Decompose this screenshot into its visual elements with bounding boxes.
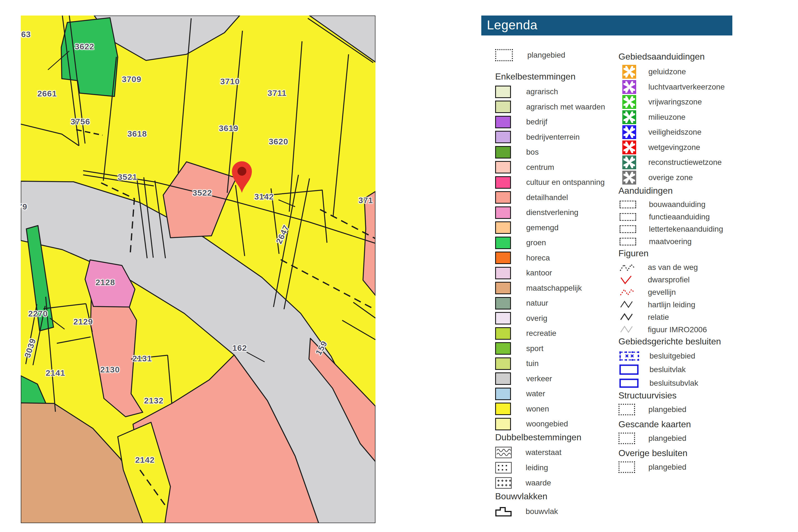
color-swatch — [495, 161, 511, 173]
legend-item: wetgevingzone — [619, 140, 735, 155]
color-swatch — [495, 206, 511, 219]
verkeer-top-right — [309, 16, 376, 62]
legend-item-hartlijn-leiding: hartlijn leiding — [619, 299, 735, 311]
color-swatch — [495, 116, 511, 128]
waarde-icon — [495, 477, 512, 489]
legend-item: groen — [495, 235, 614, 250]
legend-item: water — [495, 386, 614, 401]
legend-item: luchtvaartverkeerzone — [619, 79, 735, 95]
color-swatch — [495, 312, 511, 324]
legend-panel: Legenda plangebied Enkelbestemmingen agr… — [481, 16, 732, 36]
legend-item: lettertekenaanduiding — [619, 223, 735, 235]
parcel-number-label: 3142 — [254, 192, 274, 202]
legend-item: horeca — [495, 250, 614, 266]
parcel-number-label: 2128 — [96, 278, 115, 287]
parcel-number-label: 563 — [21, 30, 31, 39]
parcel-number-label: 79 — [21, 202, 27, 211]
dashed-rect-icon — [620, 238, 636, 246]
legend-item-relatie: relatie — [619, 311, 735, 323]
color-swatch — [495, 191, 511, 204]
zone-pattern-icon — [622, 80, 636, 94]
legend-item: bedrijventerrein — [495, 130, 614, 145]
legend-item: bouwaanduiding — [619, 198, 735, 211]
legend-item: reconstructiewetzone — [619, 155, 735, 170]
color-swatch — [495, 297, 511, 309]
parcel-number-label: 2130 — [100, 365, 120, 374]
legend-item: woongebied — [495, 416, 614, 432]
section-figuren: Figuren — [619, 248, 735, 259]
parcel-map-graphics — [21, 16, 376, 523]
legend-item: kantoor — [495, 265, 614, 281]
plangebied-icon — [619, 461, 635, 473]
groen-3622 — [61, 18, 118, 96]
figuur-imro2006-icon — [620, 324, 635, 335]
legend-item: gemengd — [495, 220, 614, 235]
parcel-number-label: 371 — [358, 196, 373, 205]
plangebied-icon — [619, 404, 635, 415]
legend-item-dwarsprofiel: dwarsprofiel — [619, 273, 735, 286]
parcel-number-label: 3756 — [71, 117, 90, 126]
legend-item-besluitgebied: besluitgebied — [619, 349, 735, 363]
parcel-number-label: 3709 — [122, 75, 141, 84]
legend-item: bos — [495, 145, 614, 160]
legend-item: maatvoering — [619, 235, 735, 248]
legend-item: tuin — [495, 356, 614, 371]
color-swatch — [495, 252, 511, 264]
legend-item: milieuzone — [619, 110, 735, 125]
legend-item: overige zone — [619, 170, 735, 185]
color-swatch — [495, 403, 511, 415]
relatie-icon — [620, 312, 635, 323]
legend-item-leiding: leiding — [495, 460, 614, 475]
color-swatch — [495, 131, 511, 143]
section-gebiedsgerichte-besluiten: Gebiedsgerichte besluiten — [619, 336, 735, 347]
parcel-number-label: 2270 — [28, 309, 48, 318]
legend-item: vrijwaringszone — [619, 94, 735, 110]
parcel-number-label: 3622 — [75, 42, 94, 51]
zone-pattern-icon — [622, 140, 636, 154]
parcel-number-label: 3522 — [193, 188, 212, 197]
color-swatch — [495, 342, 511, 355]
zone-pattern-icon — [622, 110, 636, 124]
legend-item: wonen — [495, 401, 614, 417]
color-swatch — [495, 222, 511, 234]
hartlijn-leiding-icon — [620, 300, 635, 310]
section-overige-besluiten: Overige besluiten — [619, 448, 735, 459]
detailhandel-3522 — [163, 162, 236, 238]
gebiedsaanduidingen-list: geluidzone luchtvaartverkeerzone — [619, 64, 735, 185]
legend-item: agrarisch — [495, 84, 614, 99]
bouwvlak-icon — [495, 506, 512, 517]
legend-column-right: Gebiedsaanduidingen geluidzone — [619, 51, 735, 476]
color-swatch — [495, 86, 511, 98]
legend-item: detailhandel — [495, 190, 614, 205]
parcel-number-label: 162 — [232, 343, 247, 353]
legend-column-left: plangebied Enkelbestemmingen agrarisch a… — [495, 46, 614, 519]
legend-item: verkeer — [495, 371, 614, 386]
parcel-number-label: 2141 — [46, 368, 65, 378]
as-van-de-weg-icon — [620, 262, 635, 273]
parcel-number-label: 3521 — [118, 172, 137, 182]
plangebied-icon — [619, 433, 635, 444]
parcel-number-label: 2661 — [37, 89, 57, 98]
parcel-number-label: 3619 — [219, 124, 239, 133]
legend-item-structuurvisies-plangebied: plangebied — [619, 403, 735, 416]
dwarsprofiel-icon — [620, 274, 635, 285]
waterstaat-icon — [495, 446, 512, 458]
parcel-number-label: 3618 — [128, 129, 147, 138]
legend-item-bouwvlak: bouwvlak — [495, 504, 614, 519]
legend-item: agrarisch met waarden — [495, 99, 614, 115]
besluitvlak-icon — [619, 363, 640, 376]
page: { "map": { "labels": [ {"text":"563","x"… — [0, 0, 798, 532]
legend-item: bedrijf — [495, 114, 614, 130]
detailhandel-2130 — [91, 288, 143, 417]
legend-item: overig — [495, 311, 614, 326]
legend-item: maatschappelijk — [495, 281, 614, 296]
zoning-map[interactable]: 5633622266137093756361837103711361936203… — [21, 16, 376, 523]
legend-item: dienstverlening — [495, 205, 614, 220]
parcel-number-label: 2132 — [144, 396, 164, 405]
section-bouwvlakken: Bouwvlakken — [495, 491, 614, 502]
gevellijn-icon — [620, 287, 635, 298]
plangebied-icon — [495, 49, 513, 61]
color-swatch — [495, 282, 511, 294]
dashed-rect-icon — [620, 201, 636, 208]
legend-item-plangebied: plangebied — [495, 46, 614, 64]
